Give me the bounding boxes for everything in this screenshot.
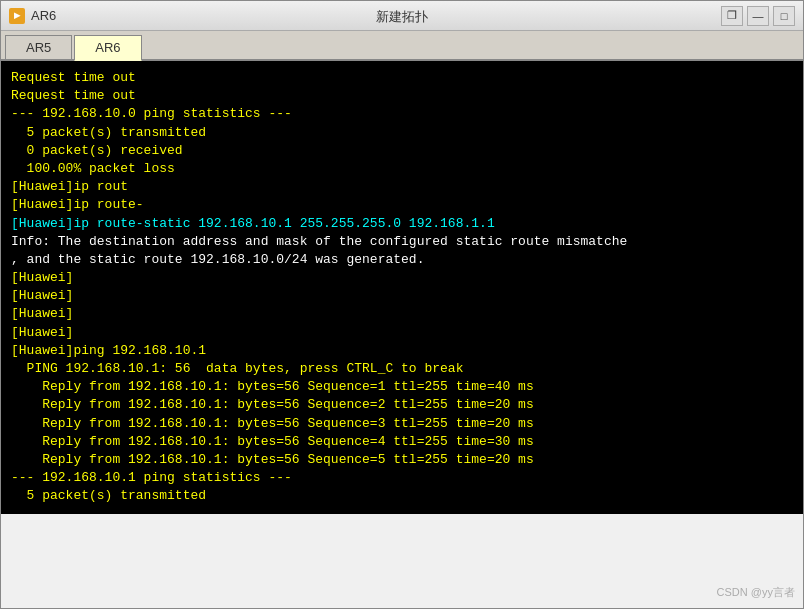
terminal-line: --- 192.168.10.0 ping statistics --- <box>11 105 793 123</box>
terminal-line: [Huawei] <box>11 287 793 305</box>
terminal-line: [Huawei]ping 192.168.10.1 <box>11 342 793 360</box>
tab-ar5[interactable]: AR5 <box>5 35 72 59</box>
terminal-line: 100.00% packet loss <box>11 160 793 178</box>
title-bar-left: ▶ AR6 <box>9 8 56 24</box>
minimize-button[interactable]: — <box>747 6 769 26</box>
maximize-button[interactable]: □ <box>773 6 795 26</box>
tab-bar: AR5 AR6 <box>1 31 803 61</box>
terminal-line: Reply from 192.168.10.1: bytes=56 Sequen… <box>11 378 793 396</box>
window-title-left: AR6 <box>31 8 56 23</box>
terminal[interactable]: Request time outRequest time out--- 192.… <box>1 61 803 514</box>
terminal-line: PING 192.168.10.1: 56 data bytes, press … <box>11 360 793 378</box>
terminal-line: 5 packet(s) transmitted <box>11 124 793 142</box>
terminal-line: Reply from 192.168.10.1: bytes=56 Sequen… <box>11 433 793 451</box>
restore-button[interactable]: ❐ <box>721 6 743 26</box>
terminal-line: Request time out <box>11 69 793 87</box>
terminal-line: 5 packet(s) transmitted <box>11 487 793 505</box>
terminal-line: , and the static route 192.168.10.0/24 w… <box>11 251 793 269</box>
terminal-line: Reply from 192.168.10.1: bytes=56 Sequen… <box>11 451 793 469</box>
terminal-line: Reply from 192.168.10.1: bytes=56 Sequen… <box>11 415 793 433</box>
tab-ar6[interactable]: AR6 <box>74 35 141 61</box>
terminal-line: [Huawei] <box>11 324 793 342</box>
main-window: ▶ AR6 新建拓扑 ❐ — □ AR5 AR6 Request time ou… <box>0 0 804 609</box>
terminal-line: [Huawei] <box>11 269 793 287</box>
app-icon-label: ▶ <box>14 11 20 20</box>
terminal-line: Reply from 192.168.10.1: bytes=56 Sequen… <box>11 396 793 414</box>
terminal-line: --- 192.168.10.1 ping statistics --- <box>11 469 793 487</box>
title-bar: ▶ AR6 新建拓扑 ❐ — □ <box>1 1 803 31</box>
terminal-line: Info: The destination address and mask o… <box>11 233 793 251</box>
app-icon: ▶ <box>9 8 25 24</box>
terminal-line: [Huawei]ip rout <box>11 178 793 196</box>
title-controls: ❐ — □ <box>721 6 795 26</box>
terminal-line: [Huawei]ip route-static 192.168.10.1 255… <box>11 215 793 233</box>
terminal-line: [Huawei] <box>11 305 793 323</box>
terminal-line: [Huawei]ip route- <box>11 196 793 214</box>
window-title-center: 新建拓扑 <box>376 8 428 26</box>
watermark: CSDN @yy言者 <box>717 585 795 600</box>
terminal-container: Request time outRequest time out--- 192.… <box>1 61 803 608</box>
terminal-line: Request time out <box>11 87 793 105</box>
terminal-line: 0 packet(s) received <box>11 142 793 160</box>
